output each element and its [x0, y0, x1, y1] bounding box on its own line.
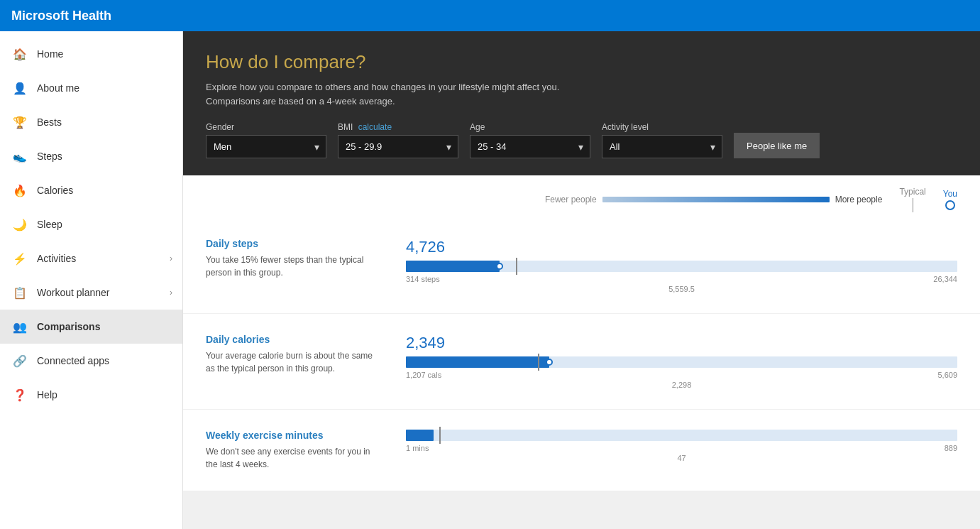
stat-desc-daily-steps: Daily steps You take 15% fewer steps tha…: [206, 238, 383, 279]
legend-you-circle: [945, 200, 955, 210]
stat-chart-daily-calories: 2,349 1,207 cals 5,609 2,298: [406, 334, 957, 389]
compare-header: How do I compare? Explore how you compar…: [183, 31, 980, 175]
stats-container: Daily steps You take 15% fewer steps tha…: [183, 218, 980, 491]
sidebar-label-home: Home: [37, 48, 63, 60]
bmi-filter: BMI calculate All Under 18.5 18.5 - 24.9…: [338, 122, 458, 158]
stat-title-daily-steps: Daily steps: [206, 238, 383, 249]
sidebar-label-connected-apps: Connected apps: [37, 355, 109, 366]
legend-row: Fewer people More people Typical You: [183, 175, 980, 218]
sidebar-item-about-me[interactable]: 👤 About me: [0, 71, 182, 105]
legend-typical-line: [913, 198, 913, 212]
header-description-line2: Comparisons are based on a 4-week averag…: [206, 94, 957, 109]
bmi-select[interactable]: All Under 18.5 18.5 - 24.9 25 - 29.9 30+: [338, 135, 458, 158]
legend-bar-container: Fewer people More people: [545, 195, 882, 204]
sidebar-item-workout-planner[interactable]: 📋 Workout planner ›: [0, 276, 182, 310]
app-title: Microsoft Health: [11, 9, 111, 23]
sidebar-icon-help: ❓: [11, 386, 28, 403]
filters-row: Gender Men Women All BMI calculate: [206, 122, 957, 158]
sidebar-label-bests: Bests: [37, 116, 62, 128]
sidebar-icon-calories: 🔥: [11, 182, 28, 199]
topbar: Microsoft Health: [0, 0, 980, 31]
sidebar-item-comparisons[interactable]: 👥 Comparisons: [0, 310, 182, 344]
stat-row-weekly-exercise: Weekly exercise minutes We don't see any…: [206, 430, 957, 471]
activity-select[interactable]: All Low Medium High: [602, 135, 722, 158]
header-description-line1: Explore how you compare to others and ho…: [206, 80, 957, 94]
sidebar-icon-sleep: 🌙: [11, 216, 28, 233]
bar-max-label-daily-calories: 5,609: [937, 371, 957, 379]
legend-gradient-bar: [602, 197, 830, 202]
sidebar-label-about-me: About me: [37, 82, 79, 94]
stat-row-daily-calories: Daily calories Your average calorie burn…: [206, 334, 957, 389]
bar-labels-weekly-exercise: 1 mins 889: [406, 444, 957, 452]
sidebar: 🏠 Home 👤 About me 🏆 Bests 👟 Steps 🔥 Calo…: [0, 31, 183, 529]
sidebar-chevron-activities: ›: [170, 253, 172, 263]
stat-chart-weekly-exercise: 1 mins 889 47: [406, 430, 957, 462]
bmi-calculate-link[interactable]: calculate: [358, 122, 392, 132]
stat-desc-weekly-exercise: Weekly exercise minutes We don't see any…: [206, 430, 383, 471]
bar-typical-line-weekly-exercise: [439, 427, 441, 444]
sidebar-label-help: Help: [37, 389, 57, 400]
sidebar-icon-home: 🏠: [11, 45, 28, 62]
sidebar-label-sleep: Sleep: [37, 219, 62, 230]
bar-max-label-daily-steps: 26,344: [933, 275, 957, 283]
stat-desc-daily-calories: Daily calories Your average calorie burn…: [206, 334, 383, 375]
sidebar-item-sleep[interactable]: 🌙 Sleep: [0, 207, 182, 241]
stat-section-weekly-exercise: Weekly exercise minutes We don't see any…: [183, 410, 980, 491]
age-select[interactable]: All Under 18 18 - 24 25 - 34 35 - 44 45 …: [470, 135, 590, 158]
gender-select-wrapper[interactable]: Men Women All: [206, 135, 326, 158]
stat-description-daily-calories: Your average calorie burn is about the s…: [206, 349, 383, 375]
sidebar-icon-bests: 🏆: [11, 114, 28, 131]
sidebar-item-home[interactable]: 🏠 Home: [0, 37, 182, 71]
stat-chart-daily-steps: 4,726 314 steps 26,344 5,559.5: [406, 238, 957, 293]
bar-typical-value-daily-calories: 2,298: [406, 381, 957, 389]
bar-min-label-daily-steps: 314 steps: [406, 275, 440, 283]
legend-typical: Typical: [899, 187, 925, 212]
stat-title-weekly-exercise: Weekly exercise minutes: [206, 430, 383, 441]
gender-filter: Gender Men Women All: [206, 122, 326, 158]
bar-labels-daily-calories: 1,207 cals 5,609: [406, 371, 957, 379]
bar-track-weekly-exercise: [406, 430, 957, 441]
content-area: Fewer people More people Typical You Dai…: [183, 175, 980, 491]
age-select-wrapper[interactable]: All Under 18 18 - 24 25 - 34 35 - 44 45 …: [470, 135, 590, 158]
layout: 🏠 Home 👤 About me 🏆 Bests 👟 Steps 🔥 Calo…: [0, 31, 980, 529]
sidebar-icon-connected-apps: 🔗: [11, 352, 28, 369]
page-title: How do I compare?: [206, 51, 957, 73]
activity-level-label: Activity level: [602, 122, 722, 132]
sidebar-item-connected-apps[interactable]: 🔗 Connected apps: [0, 344, 182, 378]
main-content: How do I compare? Explore how you compar…: [183, 31, 980, 529]
sidebar-label-workout-planner: Workout planner: [37, 287, 109, 298]
sidebar-label-steps: Steps: [37, 151, 62, 162]
bar-fill-daily-calories: [406, 356, 549, 368]
stat-description-daily-steps: You take 15% fewer steps than the typica…: [206, 253, 383, 279]
sidebar-label-activities: Activities: [37, 253, 76, 264]
bmi-select-wrapper[interactable]: All Under 18.5 18.5 - 24.9 25 - 29.9 30+: [338, 135, 458, 158]
bar-dot-daily-calories: [546, 359, 553, 366]
bar-min-label-daily-calories: 1,207 cals: [406, 371, 441, 379]
people-like-me-button[interactable]: People like me: [734, 133, 820, 158]
stat-section-daily-calories: Daily calories Your average calorie burn…: [183, 314, 980, 410]
sidebar-item-calories[interactable]: 🔥 Calories: [0, 173, 182, 207]
legend-more-people: More people: [835, 195, 883, 204]
sidebar-item-steps[interactable]: 👟 Steps: [0, 139, 182, 173]
bar-track-daily-steps: [406, 261, 957, 272]
bar-typical-value-weekly-exercise: 47: [406, 454, 957, 462]
stat-description-weekly-exercise: We don't see any exercise events for you…: [206, 445, 383, 471]
sidebar-icon-steps: 👟: [11, 148, 28, 165]
sidebar-icon-about-me: 👤: [11, 80, 28, 97]
stat-value-daily-steps: 4,726: [406, 238, 957, 256]
gender-select[interactable]: Men Women All: [206, 135, 326, 158]
sidebar-chevron-workout-planner: ›: [170, 288, 172, 298]
bar-min-label-weekly-exercise: 1 mins: [406, 444, 429, 452]
bar-track-daily-calories: [406, 356, 957, 368]
sidebar-item-bests[interactable]: 🏆 Bests: [0, 105, 182, 139]
bar-fill-daily-steps: [406, 261, 500, 272]
age-label: Age: [470, 122, 590, 132]
sidebar-icon-workout-planner: 📋: [11, 284, 28, 301]
activity-select-wrapper[interactable]: All Low Medium High: [602, 135, 722, 158]
bar-typical-value-daily-steps: 5,559.5: [406, 285, 957, 293]
sidebar-item-activities[interactable]: ⚡ Activities ›: [0, 241, 182, 276]
sidebar-label-calories: Calories: [37, 185, 73, 196]
bar-max-label-weekly-exercise: 889: [945, 444, 957, 452]
sidebar-item-help[interactable]: ❓ Help: [0, 378, 182, 412]
gender-label: Gender: [206, 122, 326, 132]
